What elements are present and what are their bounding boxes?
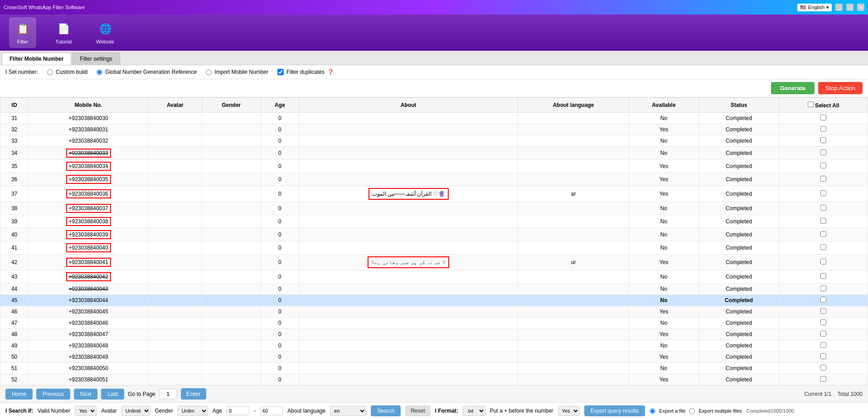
cell-checkbox[interactable] bbox=[779, 255, 868, 270]
row-checkbox[interactable] bbox=[820, 308, 826, 314]
tab-filter-settings[interactable]: Filter settings bbox=[72, 53, 120, 65]
cell-checkbox[interactable] bbox=[779, 270, 868, 284]
select-all-checkbox[interactable] bbox=[808, 101, 814, 107]
export-button[interactable]: Export query results bbox=[584, 405, 645, 416]
cell-checkbox[interactable] bbox=[779, 228, 868, 241]
row-checkbox[interactable] bbox=[820, 126, 826, 132]
put-plus-select[interactable]: YesNo bbox=[558, 406, 580, 416]
import-mobile-radio[interactable] bbox=[206, 69, 212, 75]
cell-id: 52 bbox=[0, 374, 29, 385]
cell-checkbox[interactable] bbox=[779, 363, 868, 374]
cell-id: 35 bbox=[0, 160, 29, 173]
cell-id: 31 bbox=[0, 113, 29, 124]
cell-checkbox[interactable] bbox=[779, 295, 868, 306]
cell-about bbox=[299, 363, 518, 374]
toolbar-tutorial[interactable]: 📄 Tutorial bbox=[50, 17, 77, 48]
row-checkbox[interactable] bbox=[820, 285, 826, 291]
cell-checkbox[interactable] bbox=[779, 352, 868, 363]
cell-checkbox[interactable] bbox=[779, 186, 868, 202]
reset-button[interactable]: Reset bbox=[405, 405, 430, 416]
cell-checkbox[interactable] bbox=[779, 135, 868, 147]
cell-gender bbox=[202, 306, 261, 318]
gender-select[interactable]: UnlimMaleFemale bbox=[178, 406, 208, 416]
generate-button[interactable]: Generate bbox=[771, 82, 815, 94]
cell-checkbox[interactable] bbox=[779, 340, 868, 352]
cell-about-lang bbox=[518, 113, 629, 124]
enter-button[interactable]: Enter bbox=[181, 388, 206, 400]
row-checkbox[interactable] bbox=[820, 163, 826, 169]
custom-build-radio[interactable] bbox=[47, 69, 53, 75]
cell-checkbox[interactable] bbox=[779, 318, 868, 329]
row-checkbox[interactable] bbox=[820, 353, 826, 359]
cell-checkbox[interactable] bbox=[779, 215, 868, 228]
row-checkbox[interactable] bbox=[820, 259, 826, 265]
table-row: 38+9230388400370NoCompleted bbox=[0, 202, 868, 215]
cell-checkbox[interactable] bbox=[779, 160, 868, 173]
maximize-button[interactable]: □ bbox=[846, 4, 853, 11]
cell-checkbox[interactable] bbox=[779, 113, 868, 124]
cell-id: 42 bbox=[0, 255, 29, 270]
page-input[interactable] bbox=[159, 389, 177, 399]
cell-checkbox[interactable] bbox=[779, 241, 868, 255]
cell-checkbox[interactable] bbox=[779, 284, 868, 295]
row-checkbox[interactable] bbox=[820, 342, 826, 348]
cell-checkbox[interactable] bbox=[779, 374, 868, 385]
row-checkbox[interactable] bbox=[820, 297, 826, 303]
export-file-radio[interactable] bbox=[650, 408, 655, 414]
row-checkbox[interactable] bbox=[820, 244, 826, 250]
global-ref-radio[interactable] bbox=[97, 69, 102, 75]
stop-action-button[interactable]: Stop Action bbox=[818, 82, 863, 94]
row-checkbox[interactable] bbox=[820, 190, 826, 196]
row-checkbox[interactable] bbox=[820, 331, 826, 337]
minimize-button[interactable]: _ bbox=[835, 4, 843, 11]
age-min-input[interactable] bbox=[227, 406, 249, 415]
row-checkbox[interactable] bbox=[820, 115, 826, 120]
last-button[interactable]: Last bbox=[101, 389, 124, 400]
cell-age: 0 bbox=[261, 228, 299, 241]
cell-checkbox[interactable] bbox=[779, 173, 868, 186]
search-button[interactable]: Search bbox=[371, 405, 401, 416]
filter-duplicates-checkbox[interactable] bbox=[277, 69, 284, 75]
cell-checkbox[interactable] bbox=[779, 147, 868, 160]
toolbar-filter[interactable]: 📋 Filter bbox=[9, 17, 36, 48]
tab-filter-mobile-label: Filter Mobile Number bbox=[10, 56, 63, 62]
cell-status: Completed bbox=[699, 113, 779, 124]
valid-number-select[interactable]: YesNo bbox=[75, 406, 97, 416]
age-max-input[interactable] bbox=[260, 406, 283, 415]
cell-checkbox[interactable] bbox=[779, 124, 868, 135]
avatar-select[interactable]: UnlimitYesNo bbox=[121, 406, 150, 416]
cell-mobile: +923038840033 bbox=[29, 147, 149, 160]
cell-status: Completed bbox=[699, 241, 779, 255]
tab-filter-mobile[interactable]: Filter Mobile Number bbox=[2, 53, 71, 65]
export-multiple-radio[interactable] bbox=[689, 408, 695, 414]
next-button[interactable]: Next bbox=[74, 389, 98, 400]
row-checkbox[interactable] bbox=[820, 218, 826, 224]
cell-checkbox[interactable] bbox=[779, 329, 868, 340]
cell-id: 45 bbox=[0, 295, 29, 306]
toolbar-website[interactable]: 🌐 Website bbox=[91, 17, 120, 48]
row-checkbox[interactable] bbox=[820, 205, 826, 211]
row-checkbox[interactable] bbox=[820, 176, 826, 182]
close-button[interactable]: ✕ bbox=[857, 4, 864, 11]
row-checkbox[interactable] bbox=[820, 319, 826, 325]
about-lang-select[interactable]: enarurfr bbox=[330, 406, 366, 416]
row-checkbox[interactable] bbox=[820, 231, 826, 237]
home-button[interactable]: Home bbox=[5, 389, 33, 400]
cell-gender bbox=[202, 215, 261, 228]
previous-button[interactable]: Previous bbox=[36, 389, 70, 400]
row-checkbox[interactable] bbox=[820, 365, 826, 371]
cell-id: 32 bbox=[0, 124, 29, 135]
cell-avatar bbox=[148, 352, 202, 363]
cell-checkbox[interactable] bbox=[779, 202, 868, 215]
row-checkbox[interactable] bbox=[820, 273, 826, 279]
cell-checkbox[interactable] bbox=[779, 306, 868, 318]
cell-available: Yes bbox=[629, 124, 698, 135]
cell-about bbox=[299, 202, 518, 215]
cell-avatar bbox=[148, 363, 202, 374]
language-selector[interactable]: 🇺🇸 English ▾ bbox=[797, 4, 832, 11]
row-checkbox[interactable] bbox=[820, 149, 826, 155]
col-select-all[interactable]: Select All bbox=[779, 98, 868, 113]
row-checkbox[interactable] bbox=[820, 137, 826, 143]
format-select[interactable]: .txt.csv.xls bbox=[463, 406, 485, 416]
row-checkbox[interactable] bbox=[820, 376, 826, 382]
